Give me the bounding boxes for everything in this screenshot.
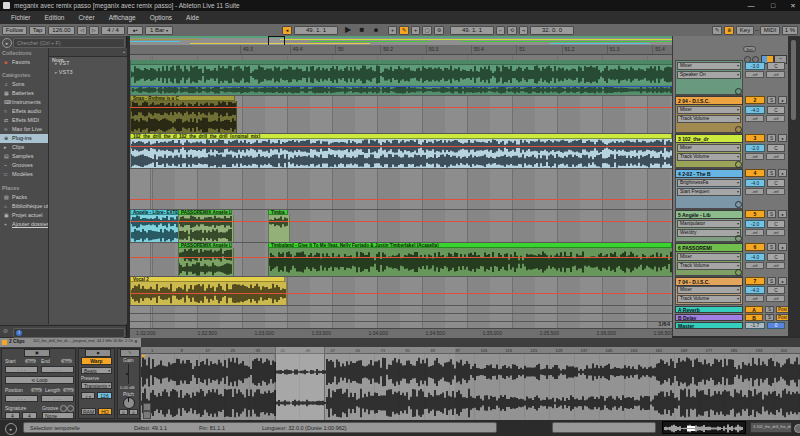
send-a-value[interactable]: -inf [745, 188, 764, 195]
automation-line-red[interactable] [130, 257, 672, 258]
return-track-b[interactable]: B Delay [675, 314, 743, 321]
menu-options[interactable]: Options [143, 11, 179, 24]
sample-editor[interactable]: 1 91725334149576573818997105113121129137… [141, 347, 800, 420]
follow-actions-icon[interactable]: ≣ [724, 26, 734, 35]
track-activator[interactable]: 6 [745, 243, 765, 251]
punch-out-button[interactable]: ¬ [519, 26, 528, 35]
track-activator[interactable]: 2 [745, 96, 765, 104]
transients-chooser[interactable]: Transients▾ [81, 382, 112, 389]
quantization-menu[interactable]: 1 Bar ▾ [145, 26, 173, 35]
pan-value[interactable]: C [767, 62, 785, 70]
pan-value[interactable]: C [767, 144, 785, 152]
master-volume[interactable]: -1.7 [745, 322, 765, 329]
solo-button[interactable]: S [767, 210, 776, 218]
loop-button[interactable]: ⟲ Loop [5, 376, 74, 384]
menu-edition[interactable]: Edition [38, 11, 72, 24]
device-chooser[interactable]: Mixer [677, 62, 741, 70]
warp-button[interactable]: Warp [81, 357, 112, 365]
volume-value[interactable]: -4.0 [745, 106, 765, 114]
clip-track5c[interactable] [268, 215, 290, 242]
track-activator[interactable]: 5 [745, 210, 765, 218]
arrangement-marker-button[interactable]: ◂ [282, 26, 292, 35]
track-name[interactable]: 3 102_the_dr [675, 134, 743, 143]
volume-value[interactable]: -4.0 [745, 179, 765, 187]
menu-creer[interactable]: Créer [71, 11, 101, 24]
tap-tempo-button[interactable]: Tap [29, 26, 46, 35]
sidebar-item-ajouter-dossier[interactable]: +Ajouter dossier... [0, 220, 48, 229]
send-b-value[interactable]: -inf [766, 229, 785, 236]
minimize-icon[interactable]: — [742, 0, 760, 11]
clip-track1[interactable] [130, 60, 672, 95]
clip-track5a[interactable] [130, 215, 180, 242]
sidebar-item-grooves[interactable]: ~Grooves [0, 161, 48, 170]
tempo-field[interactable]: 126.00 [48, 26, 75, 35]
nudge-down-button[interactable]: ◁ [77, 26, 87, 35]
track-activator[interactable]: 7 [745, 277, 765, 285]
close-icon[interactable]: ✕ [786, 0, 800, 11]
menu-fichier[interactable]: Fichier [4, 11, 38, 24]
play-button[interactable]: ▶ [342, 25, 354, 35]
control-chooser[interactable]: Track Volume [677, 115, 741, 123]
position-value[interactable]: · · · [5, 395, 38, 402]
device-chooser[interactable]: Mixer [677, 253, 741, 261]
signature-numerator[interactable]: 4 [5, 412, 20, 419]
control-chooser[interactable]: Track Volume [677, 262, 741, 270]
overdub-button[interactable]: + [388, 26, 397, 35]
current-clip-box[interactable]: 3-102_the_drill_the_drill_(original_... [750, 422, 792, 433]
solo-button[interactable]: S [767, 277, 776, 285]
send-b-value[interactable]: -inf [766, 115, 785, 122]
send-a-value[interactable]: -inf [745, 115, 764, 122]
solo-button[interactable]: S [765, 314, 774, 321]
list-item-vst3[interactable]: ▸ VST3 [49, 68, 127, 77]
set-length-button[interactable]: Set [62, 387, 75, 393]
set-position-button[interactable]: Set [30, 387, 43, 393]
pitch-semitones[interactable]: 0 [119, 409, 128, 415]
solo-button[interactable]: S [767, 243, 776, 251]
automation-line-red[interactable] [130, 107, 672, 108]
sidebar-item-favoris[interactable]: ■Favoris [0, 58, 48, 67]
arrangement-position-field[interactable]: 49. 1. 1 [294, 26, 338, 35]
send-a-value[interactable]: -inf [745, 262, 764, 269]
sidebar-item-clips[interactable]: ▸Clips [0, 143, 48, 152]
automation-line-blue[interactable] [130, 86, 672, 87]
sidebar-item-instruments[interactable]: ⌨Instruments [0, 98, 48, 107]
record-button[interactable]: ● [370, 25, 382, 35]
follow-button[interactable]: Follow [2, 26, 27, 35]
track-activator[interactable]: 4 [745, 169, 765, 177]
set-end-button[interactable]: Set [60, 358, 73, 364]
groove-hotswap-icon[interactable] [60, 405, 67, 412]
loop-start-field[interactable]: 49. 1. 1 [450, 26, 494, 35]
send-b-value[interactable]: -inf [766, 71, 785, 78]
expand-arrow-icon[interactable]: ▸ [55, 70, 57, 75]
loop-length-field[interactable]: 32. 0. 0 [530, 26, 574, 35]
send-b-value[interactable]: -inf [766, 153, 785, 160]
pan-value[interactable]: C [767, 286, 785, 294]
arm-button[interactable]: ● [778, 96, 787, 104]
return-activator[interactable]: B [745, 314, 763, 321]
device-chooser[interactable]: Manipulator [677, 220, 741, 228]
minute-time-ruler[interactable]: 1:32.000 1:32.5001:33.0001:33.5001:34.00… [130, 328, 672, 338]
master-pan[interactable]: 0 [767, 322, 785, 329]
clip-title-bar[interactable]: 2 Clips 102_the_drill_the_dr..._(origina… [0, 338, 141, 348]
signature-denominator[interactable]: 4 [22, 412, 37, 419]
sample-ruler[interactable]: 1 91725334149576573818997105113121129137… [141, 347, 800, 354]
track-name[interactable]: 4 2-02 - The B [675, 169, 743, 178]
menu-aide[interactable]: Aide [179, 11, 206, 24]
draw-mode-pencil-icon[interactable]: ✎ [399, 26, 409, 35]
automation-line-red[interactable] [130, 146, 672, 147]
loop-overview-box[interactable] [662, 421, 746, 434]
editor-follow-button[interactable] [143, 411, 151, 419]
set-button[interactable]: Set [743, 46, 756, 52]
sidebar-item-projet-actuel[interactable]: ▣Projet actuel [0, 211, 48, 220]
send-b-value[interactable]: -inf [766, 188, 785, 195]
master-track[interactable]: Master [675, 322, 743, 329]
start-value[interactable]: · · · [5, 366, 38, 373]
groove-chooser[interactable]: None [42, 412, 74, 419]
pan-value[interactable]: C [767, 106, 785, 114]
groove-commit-icon[interactable] [67, 405, 74, 412]
track-name[interactable]: 2 04 - D.I.S.C. [675, 96, 743, 105]
automation-line-red[interactable] [130, 221, 672, 222]
gain-slider-handle[interactable] [125, 372, 129, 376]
sidebar-item-bibliotheque[interactable]: ⌂Bibliothèque ut... [0, 202, 48, 211]
control-chooser[interactable]: Track Volume [677, 295, 741, 303]
